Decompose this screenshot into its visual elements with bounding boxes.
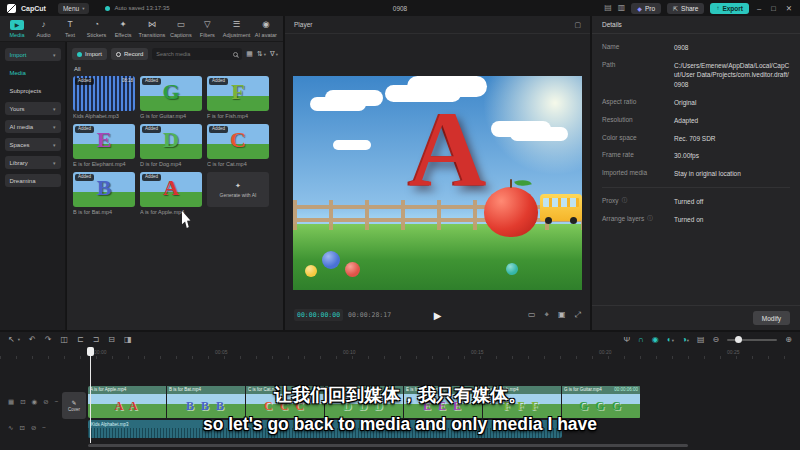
mirror-icon[interactable]: ◨ <box>124 335 132 344</box>
media-item-name: G is for Guitar.mp4 <box>140 113 202 119</box>
chevron-down-icon: ▾ <box>53 52 56 58</box>
tab-transitions[interactable]: ⋈ Transitions <box>139 20 166 38</box>
ai-sparkle-icon: ✦ <box>235 182 241 190</box>
media-item-video[interactable]: C Added C is for Cat.mp4 <box>207 124 269 167</box>
media-item-name: D is for Dog.mp4 <box>140 161 202 167</box>
zoom-out-icon[interactable]: ⊖ <box>713 335 720 344</box>
search-input[interactable] <box>156 51 231 57</box>
link-preview-icon[interactable]: ◉ <box>652 335 659 344</box>
generate-with-ai-tile[interactable]: ✦ Generate with AI <box>207 172 269 215</box>
tab-media[interactable]: ▶ Media <box>6 20 28 38</box>
record-button[interactable]: Record <box>111 48 148 60</box>
undo-icon[interactable]: ↶ <box>29 335 36 344</box>
fullscreen-icon[interactable]: ⤢ <box>575 310 581 320</box>
media-item-video[interactable]: G Added G is for Guitar.mp4 <box>140 76 202 119</box>
subtitle-english: so let's go back to media and only media… <box>0 414 800 435</box>
redo-icon[interactable]: ↷ <box>45 335 52 344</box>
media-item-video[interactable]: E Added E is for Elephant.mp4 <box>73 124 135 167</box>
search-icon <box>233 52 238 57</box>
effects-icon: ✦ <box>120 20 127 30</box>
tab-effects[interactable]: ✦ Effects <box>112 20 134 38</box>
detail-row-proxy: Proxyⓘ Turned off <box>602 197 790 206</box>
split-icon[interactable]: ◫ <box>60 335 68 344</box>
added-badge: Added <box>209 126 228 133</box>
added-badge: Added <box>75 78 94 85</box>
display-mode-icon[interactable]: ▭ <box>528 310 536 320</box>
video-preview[interactable]: A <box>293 76 582 290</box>
media-grid: Added 08:18 Kids Alphabet.mp3 G Added G … <box>67 76 283 215</box>
modify-button[interactable]: Modify <box>753 311 790 325</box>
sidebar-item-dreamina[interactable]: Dreamina <box>5 174 61 187</box>
tab-filters[interactable]: ▽ Filters <box>196 20 218 38</box>
sidebar-item-spaces[interactable]: Spaces ▾ <box>5 138 61 151</box>
media-item-video[interactable]: A Added A is for Apple.mp4 <box>140 172 202 215</box>
sidebar-item-yours[interactable]: Yours ▾ <box>5 102 61 115</box>
added-badge: Added <box>142 78 161 85</box>
magnetic-snap-icon[interactable]: ∩ <box>638 335 644 344</box>
sidebar-item-media[interactable]: Media <box>5 66 61 79</box>
zoom-in-icon[interactable]: ⊕ <box>785 335 792 344</box>
play-button[interactable]: ▶ <box>434 310 442 321</box>
select-tool-icon[interactable]: ↖ <box>8 335 15 344</box>
minimize-button[interactable]: – <box>755 4 763 13</box>
track-linking-icon[interactable]: ◑▾ <box>682 335 689 344</box>
sort-button[interactable]: ⇅ ▾ <box>257 50 266 58</box>
tab-captions[interactable]: ▭ Captions <box>170 20 192 38</box>
tab-stickers[interactable]: ◔ Stickers <box>86 20 108 38</box>
tab-ai-avatar[interactable]: ◉ AI avatar <box>255 20 277 38</box>
capcut-app: CapCut Menu ▾ Auto saved 13:17:35 0908 ▤… <box>0 0 800 450</box>
auto-ripple-icon[interactable]: ◐▾ <box>667 335 674 344</box>
media-icon: ▶ <box>10 20 24 30</box>
panel-toggle-icon[interactable]: ▢ <box>574 21 581 29</box>
import-button[interactable]: Import <box>72 48 107 60</box>
delete-icon[interactable]: ⊟ <box>108 335 115 344</box>
layout-panel-icon[interactable]: ▥ <box>618 4 626 12</box>
captions-icon: ▭ <box>177 20 185 30</box>
divider <box>602 187 790 188</box>
chevron-down-icon[interactable]: ▾ <box>18 337 20 342</box>
timeline-toolbar: ↖ ▾ ↶ ↷ ◫ ⊏ ⊐ ⊟ ◨ Ψ ∩ ◉ ◐▾ ◑▾ ▤ ⊖ ⊕ <box>0 332 800 347</box>
grid-view-icon[interactable]: ▦ <box>246 50 253 58</box>
preview-axis-icon[interactable]: ▤ <box>697 335 705 344</box>
player-title: Player <box>294 21 312 28</box>
filter-button[interactable]: ∇ ▾ <box>270 50 278 58</box>
media-item-audio[interactable]: Added 08:18 Kids Alphabet.mp3 <box>73 76 135 119</box>
media-filter-all[interactable]: All <box>67 64 283 76</box>
voiceover-icon[interactable]: Ψ <box>623 335 630 344</box>
export-icon: ↑ <box>716 5 719 11</box>
timeline-horizontal-scrollbar[interactable] <box>0 444 800 448</box>
thumbnail-letter: D <box>163 129 179 151</box>
timeline-ruler[interactable]: 00:00 00:05 00:10 00:15 00:20 00:25 <box>0 347 800 359</box>
preview-quality-icon[interactable]: ⌖ <box>545 310 550 320</box>
media-item-video[interactable]: F Added F is for Fish.mp4 <box>207 76 269 119</box>
tab-audio[interactable]: ♪ Audio <box>33 20 55 38</box>
playhead-handle[interactable] <box>87 347 94 356</box>
export-button[interactable]: ↑ Export <box>710 3 749 14</box>
media-item-video[interactable]: D Added D is for Dog.mp4 <box>140 124 202 167</box>
total-duration: 00:00:28:17 <box>348 311 391 319</box>
sidebar-item-ai-media[interactable]: AI media ▾ <box>5 120 61 133</box>
maximize-button[interactable]: □ <box>769 4 778 13</box>
sidebar-item-import[interactable]: Import ▾ <box>5 48 61 61</box>
chevron-down-icon: ▾ <box>53 142 56 148</box>
zoom-slider-knob[interactable] <box>735 336 742 343</box>
tab-adjustment[interactable]: ☰ Adjustment <box>223 20 251 38</box>
added-badge: Added <box>209 78 228 85</box>
trim-right-icon[interactable]: ⊐ <box>93 335 100 344</box>
close-button[interactable]: ✕ <box>784 4 794 13</box>
sort-icon: ⇅ <box>257 50 263 58</box>
pro-button[interactable]: ◆ Pro <box>631 3 661 14</box>
scrollbar-handle[interactable] <box>88 444 688 447</box>
tab-text[interactable]: T Text <box>59 20 81 38</box>
share-button[interactable]: ⇱ Share <box>667 3 704 14</box>
aspect-ratio-icon[interactable]: ▣ <box>558 310 566 320</box>
timeline-zoom-slider[interactable] <box>727 339 777 341</box>
sidebar-item-library[interactable]: Library ▾ <box>5 156 61 169</box>
trim-left-icon[interactable]: ⊏ <box>77 335 84 344</box>
media-item-video[interactable]: B Added B is for Bat.mp4 <box>73 172 135 215</box>
search-box[interactable] <box>152 48 242 60</box>
thumbnail-letter: C <box>230 129 246 151</box>
sidebar-item-subprojects[interactable]: Subprojects <box>5 84 61 97</box>
added-badge: Added <box>75 126 94 133</box>
layout-grid-icon[interactable]: ▤ <box>604 4 612 12</box>
